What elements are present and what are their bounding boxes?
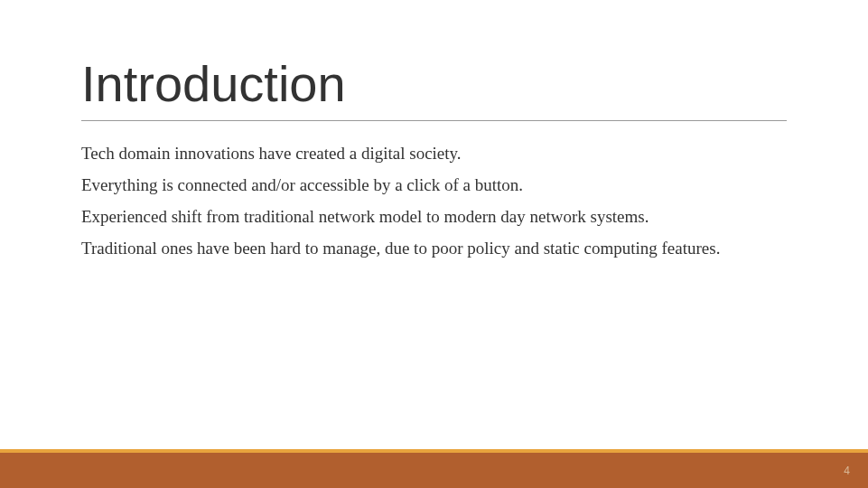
bullet-line: Everything is connected and/or accessibl…	[81, 169, 787, 201]
slide-body: Tech domain innovations have created a d…	[81, 137, 787, 265]
bullet-line: Traditional ones have been hard to manag…	[81, 232, 787, 264]
bullet-line: Tech domain innovations have created a d…	[81, 137, 787, 169]
slide-content: Introduction Tech domain innovations hav…	[0, 0, 868, 265]
slide-title: Introduction	[81, 54, 787, 113]
title-underline	[81, 120, 787, 121]
bullet-line: Experienced shift from traditional netwo…	[81, 201, 787, 232]
page-number: 4	[844, 465, 850, 477]
slide-footer-bar	[0, 449, 868, 488]
